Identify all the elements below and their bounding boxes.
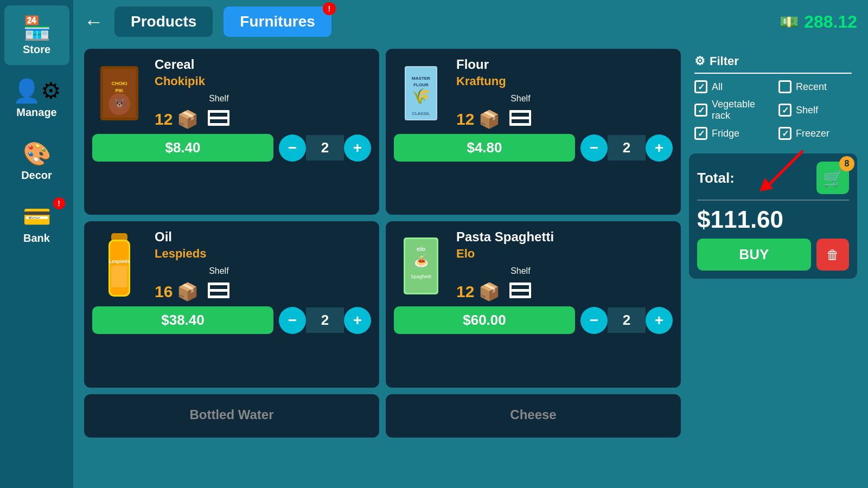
cart-total-label: Total:: [697, 170, 735, 187]
oil-shelf-label: Shelf: [209, 266, 228, 276]
filter-recent[interactable]: Recent: [778, 80, 852, 93]
product-top-cereal: CHOKI PIK 🐻 Cereal Chokipik 12 📦: [92, 57, 371, 130]
filter-freezer-checkbox[interactable]: [778, 127, 792, 140]
svg-rect-20: [509, 110, 512, 126]
product-info-flour: Flour Kraftung 12 📦 Shelf: [456, 57, 673, 130]
product-image-cereal: CHOKI PIK 🐻: [92, 61, 146, 126]
back-button[interactable]: ←: [84, 10, 104, 33]
flour-shelf-icon: [508, 106, 532, 130]
cereal-brand: Chokipik: [155, 74, 371, 88]
cart-icon: 🛒: [823, 169, 843, 188]
filter-icon: ⚙: [694, 54, 705, 68]
flour-shelf-label: Shelf: [510, 94, 530, 104]
product-top-pasta: elo 🍝 Spaghetti Pasta Spaghetti Elo 12 📦: [394, 229, 673, 302]
product-info-oil: Oil Lespieds 16 📦 Shelf: [155, 229, 371, 302]
money-display: 💵 288.12: [780, 12, 857, 32]
product-card-flour: MASTER FLOUR 🌾 CLASSIL Flour Kraftung 12: [386, 49, 681, 215]
svg-rect-28: [208, 289, 229, 292]
cereal-name: Cereal: [155, 57, 371, 72]
oil-decrement-button[interactable]: −: [279, 307, 306, 334]
content-area: CHOKI PIK 🐻 Cereal Chokipik 12 📦: [73, 43, 868, 488]
filter-recent-checkbox[interactable]: [778, 80, 792, 93]
cereal-shelf-col: Shelf: [207, 94, 231, 130]
filter-recent-label: Recent: [796, 81, 827, 93]
sidebar-item-bank[interactable]: ! 💳 Bank: [4, 194, 69, 254]
cart-box: Total: 🛒 8 $111.60 BUY 🗑: [689, 153, 857, 279]
filter-fridge-label: Fridge: [712, 128, 739, 139]
flour-increment-button[interactable]: +: [646, 134, 673, 162]
oil-stock: 16 📦: [155, 281, 199, 302]
product-info-cereal: Cereal Chokipik 12 📦 Shelf: [155, 57, 371, 130]
delete-button[interactable]: 🗑: [816, 239, 849, 271]
filter-header: ⚙ Filter: [694, 54, 852, 74]
flour-price-button[interactable]: $4.80: [394, 134, 575, 162]
product-image-flour: MASTER FLOUR 🌾 CLASSIL: [394, 61, 448, 126]
filter-shelf[interactable]: Shelf: [778, 99, 852, 121]
sidebar-item-decor-label: Decor: [21, 169, 52, 182]
cereal-decrement-button[interactable]: −: [279, 134, 306, 162]
cereal-increment-button[interactable]: +: [344, 134, 371, 162]
cart-amount: $111.60: [697, 206, 849, 233]
sidebar-item-manage[interactable]: 👤⚙ Manage: [4, 68, 69, 128]
furnitures-tab-badge: !: [323, 2, 336, 15]
filter-freezer[interactable]: Freezer: [778, 127, 852, 140]
pasta-shelf-col: Shelf: [508, 266, 532, 302]
cereal-qty-control: − 2 +: [279, 134, 371, 162]
sidebar-item-decor[interactable]: 🎨 Decor: [4, 131, 69, 191]
sidebar-item-store-label: Store: [23, 43, 50, 56]
oil-stock-row: 16 📦 Shelf: [155, 266, 371, 302]
svg-text:CHOKI: CHOKI: [112, 81, 127, 86]
manage-icon: 👤⚙: [12, 78, 61, 104]
pasta-name: Pasta Spaghetti: [456, 229, 673, 245]
cereal-shelf-label: Shelf: [209, 94, 228, 104]
filter-all[interactable]: All: [694, 80, 768, 93]
pasta-brand: Elo: [456, 247, 673, 261]
product-card-cheese: Cheese: [386, 394, 681, 438]
filter-title: Filter: [710, 54, 739, 68]
svg-text:🌾: 🌾: [412, 87, 431, 105]
svg-rect-21: [529, 110, 531, 126]
filter-veg-checkbox[interactable]: [694, 104, 707, 117]
flour-decrement-button[interactable]: −: [580, 134, 608, 162]
pasta-decrement-button[interactable]: −: [580, 307, 608, 334]
cereal-box-icon: 📦: [177, 109, 199, 130]
product-top-oil: Lespieds Oil Lespieds 16 📦: [92, 229, 371, 302]
svg-rect-38: [509, 289, 531, 292]
flour-stock-row: 12 📦 Shelf: [456, 94, 673, 130]
filter-fridge-checkbox[interactable]: [694, 127, 707, 140]
flour-name: Flour: [456, 57, 673, 72]
cereal-stock: 12 📦: [155, 109, 199, 130]
svg-rect-39: [509, 296, 531, 298]
svg-rect-31: [227, 282, 229, 298]
pasta-price-button[interactable]: $60.00: [394, 306, 575, 334]
flour-shelf-col: Shelf: [508, 94, 532, 130]
svg-text:🍝: 🍝: [414, 253, 429, 268]
main-area: ← Products Furnitures ! 💵 288.12: [73, 0, 868, 488]
pasta-increment-button[interactable]: +: [646, 307, 673, 334]
tab-furnitures[interactable]: Furnitures !: [224, 7, 331, 37]
svg-rect-27: [208, 282, 229, 285]
buy-button[interactable]: BUY: [697, 239, 811, 271]
svg-rect-41: [529, 282, 531, 298]
cart-header: Total: 🛒 8: [697, 162, 849, 194]
filter-fridge[interactable]: Fridge: [694, 127, 768, 140]
tab-products[interactable]: Products: [114, 7, 213, 37]
cereal-image-svg: CHOKI PIK 🐻: [98, 63, 141, 123]
sidebar-item-store[interactable]: 🏪 Store: [4, 5, 69, 65]
svg-rect-9: [208, 110, 210, 126]
filter-all-checkbox[interactable]: [694, 80, 707, 93]
oil-price-button[interactable]: $38.40: [92, 306, 273, 334]
svg-rect-37: [509, 282, 531, 285]
svg-text:MASTER: MASTER: [412, 76, 430, 81]
svg-text:CLASSIL: CLASSIL: [412, 111, 430, 116]
oil-increment-button[interactable]: +: [344, 307, 371, 334]
oil-box-icon: 📦: [177, 281, 199, 302]
cart-icon-wrap[interactable]: 🛒 8: [816, 162, 849, 194]
cereal-price-button[interactable]: $8.40: [92, 134, 273, 162]
pasta-box-icon: 📦: [478, 281, 500, 302]
cart-badge: 8: [839, 156, 854, 171]
filter-vegetable-rack[interactable]: Vegetable rack: [694, 99, 768, 121]
svg-rect-30: [208, 282, 210, 298]
filter-shelf-checkbox[interactable]: [778, 104, 792, 117]
product-top-flour: MASTER FLOUR 🌾 CLASSIL Flour Kraftung 12: [394, 57, 673, 130]
